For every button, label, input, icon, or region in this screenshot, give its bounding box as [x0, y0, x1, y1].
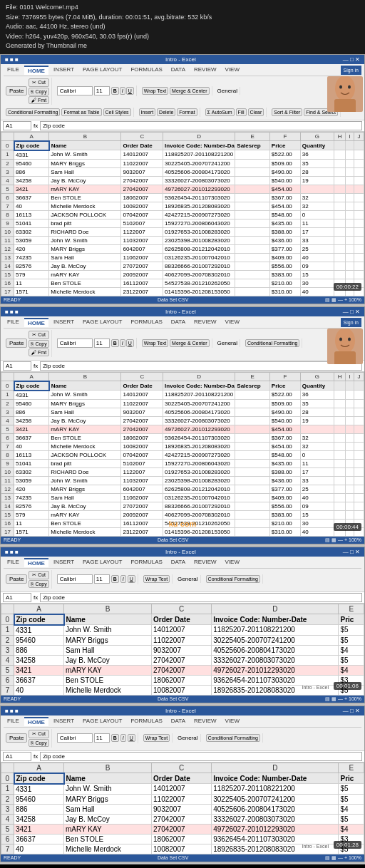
tab-formulas-1[interactable]: FORMULAS: [127, 66, 165, 75]
cell-value[interactable]: [334, 185, 346, 193]
cell-value[interactable]: 18062007: [121, 433, 163, 442]
cell-value[interactable]: $509.00: [269, 399, 300, 408]
cell-value[interactable]: 20092007: [121, 510, 163, 519]
cell-value[interactable]: $436.00: [269, 476, 300, 485]
cell-value[interactable]: [334, 493, 346, 502]
wrap-text-btn-1[interactable]: Wrap Text: [142, 87, 168, 95]
cell-value[interactable]: Name: [49, 141, 121, 150]
cell-value[interactable]: 33: [300, 476, 334, 485]
cell-value[interactable]: [354, 270, 364, 279]
cell-value[interactable]: [235, 408, 270, 416]
col-d-4[interactable]: D: [212, 763, 339, 773]
italic-btn-3[interactable]: I: [120, 575, 126, 583]
cell-value[interactable]: [235, 416, 270, 425]
cell-value[interactable]: 4331: [14, 625, 64, 636]
cell-value[interactable]: [354, 219, 364, 227]
col-g-1[interactable]: G: [300, 132, 334, 141]
cell-value[interactable]: $540.00: [269, 176, 300, 185]
col-a-1[interactable]: A: [14, 132, 49, 141]
cell-value[interactable]: 36637: [14, 675, 64, 685]
cell-value[interactable]: 74235: [14, 253, 49, 262]
col-j-1[interactable]: J: [354, 132, 364, 141]
cell-value[interactable]: 93626454-201107303020: [163, 433, 235, 442]
cell-value[interactable]: 579: [14, 510, 49, 519]
wrap-text-btn-2[interactable]: Wrap Text: [142, 339, 168, 347]
cell-value[interactable]: 6042007: [121, 244, 163, 253]
cell-value[interactable]: JACKSON POLLOCK: [49, 210, 121, 219]
cell-value[interactable]: 15: [300, 270, 334, 279]
cell-value[interactable]: $367.00: [269, 193, 300, 202]
formatpainter-btn-1[interactable]: 🖌 Fmt: [29, 96, 48, 104]
cell-value[interactable]: 40: [14, 844, 64, 854]
cell-value[interactable]: [334, 391, 346, 400]
cell-value[interactable]: 27072007: [121, 502, 163, 510]
cell-value[interactable]: [235, 476, 270, 485]
cell-value[interactable]: 54527538-201210262050: [163, 279, 235, 287]
italic-btn-4[interactable]: I: [120, 734, 126, 742]
cell-value[interactable]: [346, 485, 354, 493]
cell-value[interactable]: [334, 450, 346, 459]
cell-value[interactable]: [354, 510, 364, 519]
cell-value[interactable]: 63302: [14, 227, 49, 236]
cell-value[interactable]: 49726027-201012293020: [163, 185, 235, 193]
cell-value[interactable]: 9032007: [152, 645, 212, 655]
cell-value[interactable]: 14012007: [121, 391, 163, 400]
cell-value[interactable]: [354, 476, 364, 485]
cell-value[interactable]: Michelle Merdock: [49, 202, 121, 210]
tab-data-2[interactable]: DATA: [168, 318, 189, 327]
cell-value[interactable]: $383.00: [269, 510, 300, 519]
cell-value[interactable]: [346, 391, 354, 400]
cell-value[interactable]: Invoice Code: Number-Date: [212, 773, 339, 784]
sign-in-btn-1[interactable]: Sign in: [341, 66, 361, 75]
cell-value[interactable]: [235, 185, 270, 193]
cell-value[interactable]: 95460: [14, 794, 64, 804]
cell-value[interactable]: 27042007: [152, 665, 212, 675]
cell-value[interactable]: 40: [300, 287, 334, 296]
cell-value[interactable]: 9032007: [121, 167, 163, 176]
cell-value[interactable]: 18926835-201208083020: [163, 202, 235, 210]
cell-value[interactable]: $377.00: [269, 485, 300, 493]
cell-value[interactable]: 01415396-201208153050: [163, 287, 235, 296]
cell-value[interactable]: [346, 253, 354, 262]
cell-value[interactable]: 420: [14, 244, 49, 253]
tab-home-3[interactable]: HOME: [24, 558, 48, 567]
cell-value[interactable]: [354, 185, 364, 193]
cell-value[interactable]: 1122007: [121, 227, 163, 236]
cell-value[interactable]: 11825207-201108221200: [212, 784, 339, 795]
cell-value[interactable]: Sam Hall: [64, 645, 152, 655]
cell-value[interactable]: 17: [300, 227, 334, 236]
tab-data-4[interactable]: DATA: [168, 717, 189, 726]
cell-value[interactable]: $540.00: [269, 416, 300, 425]
sheet-tab-1[interactable]: Data Set CSV: [158, 297, 189, 303]
cell-value[interactable]: [334, 167, 346, 176]
cell-value[interactable]: 30225405-200707241200: [212, 635, 339, 645]
cell-value[interactable]: 28: [300, 408, 334, 416]
cell-value[interactable]: 30: [300, 279, 334, 287]
clear-btn-1[interactable]: Clear: [248, 108, 264, 116]
cell-value[interactable]: [235, 459, 270, 467]
col-c-1[interactable]: C: [121, 132, 163, 141]
tab-file-4[interactable]: FILE: [4, 717, 23, 726]
italic-btn-2[interactable]: I: [120, 339, 125, 347]
cell-value[interactable]: 42427215-200907273020: [163, 210, 235, 219]
cell-value[interactable]: 4331: [14, 784, 64, 795]
cell-value[interactable]: [334, 476, 346, 485]
cell-value[interactable]: [334, 202, 346, 210]
cell-value[interactable]: [354, 467, 364, 476]
cell-value[interactable]: 23025398-201008283020: [163, 476, 235, 485]
cell-value[interactable]: 09: [300, 502, 334, 510]
cell-value[interactable]: mARY KAY: [49, 185, 121, 193]
cell-value[interactable]: $548.00: [269, 210, 300, 219]
cell-value[interactable]: 14012007: [152, 625, 212, 636]
cell-value[interactable]: 95460: [14, 399, 49, 408]
cell-value[interactable]: Zip code: [14, 614, 64, 625]
cell-value[interactable]: [346, 159, 354, 167]
cell-value[interactable]: Order Date: [152, 614, 212, 625]
cell-value[interactable]: 62625808-201212042010: [163, 485, 235, 493]
cell-value[interactable]: [334, 399, 346, 408]
cell-value[interactable]: [346, 176, 354, 185]
cell-value[interactable]: 4331: [14, 150, 49, 160]
tab-pagelayout-4[interactable]: PAGE LAYOUT: [79, 717, 125, 726]
cell-value[interactable]: 886: [14, 167, 49, 176]
cell-value[interactable]: 40: [300, 253, 334, 262]
